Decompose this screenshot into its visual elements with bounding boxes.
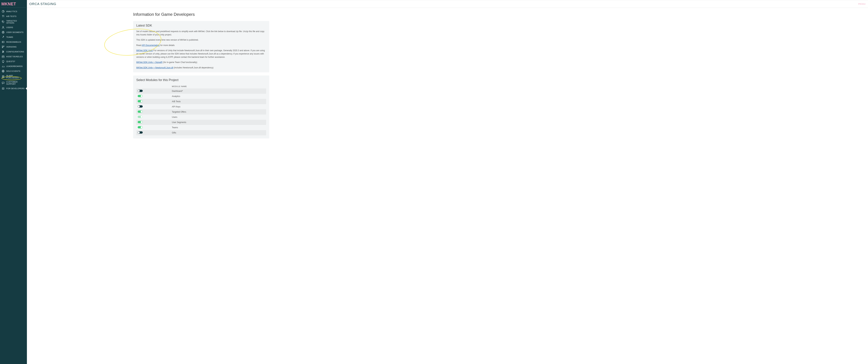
divider	[1, 7, 26, 8]
text-icon	[2, 15, 4, 18]
module-toggle[interactable]	[138, 116, 143, 118]
sidebar-item-configurations[interactable]: CONFIGURATIONS	[0, 49, 27, 54]
module-row: Analytics	[136, 94, 266, 99]
module-toggle[interactable]	[138, 100, 143, 102]
sdk-newtonsoft-note: MKNet.SDK.Unity + Newtonsoft.Json.dll (i…	[136, 66, 266, 69]
pie-icon	[2, 10, 4, 13]
sidebar-item-label: CONFIGURATIONS	[6, 51, 24, 53]
module-name: Targeted Offers	[172, 111, 186, 113]
branch-icon	[2, 45, 4, 48]
sliders-icon	[2, 50, 4, 53]
header: ORCA STAGING PRODU	[27, 0, 868, 8]
api-documentation-link[interactable]: API Documentation	[142, 44, 159, 46]
sidebar-item-label: LEADERBOARDS	[6, 65, 23, 67]
ticket-icon	[2, 41, 4, 43]
sdk-signalr-link[interactable]: MKNet.SDK.Unity + SignalR	[136, 61, 162, 64]
modules-column-header: MODULE NAME	[136, 84, 266, 89]
module-name: A/B Tests	[172, 100, 181, 103]
run-icon	[2, 36, 4, 38]
project-title: ORCA STAGING	[29, 2, 56, 6]
module-name: User Segments	[172, 121, 186, 124]
chat-icon	[2, 81, 4, 84]
module-name: Gifts	[172, 132, 176, 134]
receipt-icon	[2, 75, 4, 78]
sidebar-item-label: USERS	[6, 26, 13, 29]
page-title: Information for Game Developers	[133, 12, 269, 17]
sidebar-item-leaderboards[interactable]: LEADERBOARDS	[0, 64, 27, 69]
sidebar-item-label: A/B TESTS	[6, 15, 17, 18]
modules-card: Select Modules for this Project MODULE N…	[133, 75, 269, 138]
module-name: Analytics	[172, 95, 180, 98]
sidebar: MKNET ANALYTICSA/B TESTSTARGETED OFFERSU…	[0, 0, 27, 364]
module-toggle[interactable]	[138, 126, 143, 128]
module-toggle[interactable]	[138, 110, 143, 113]
bars-icon	[2, 65, 4, 68]
sidebar-item-solo-events[interactable]: SOLO EVENTS	[0, 69, 27, 73]
sidebar-item-user-segments[interactable]: USER SEGMENTS	[0, 30, 27, 35]
module-toggle[interactable]	[138, 90, 143, 92]
globe-icon	[2, 70, 4, 72]
module-toggle[interactable]	[138, 95, 143, 97]
sidebar-item-label: USER SEGMENTS	[6, 31, 24, 33]
sidebar-item-label: FOR DEVELOPERS	[6, 88, 25, 90]
sdk-unity-link[interactable]: MKNet.SDK.Unity	[136, 49, 153, 52]
sidebar-item-analytics[interactable]: ANALYTICS	[0, 9, 27, 14]
sidebar-item-label: TARGETED OFFERS	[6, 20, 25, 24]
sidebar-item-abtests[interactable]: A/B TESTS	[0, 14, 27, 19]
sidebar-item-label: IN-APP PURCHASES	[6, 75, 25, 79]
module-row: A/B Tests	[136, 99, 266, 104]
module-toggle[interactable]	[138, 121, 143, 123]
bulb-icon	[2, 60, 4, 63]
sidebar-item-label: SOLO EVENTS	[6, 70, 20, 72]
sdk-unity-note: MKNet.SDK.Unity For versions of Unity th…	[136, 49, 266, 59]
sidebar-item-iap[interactable]: IN-APP PURCHASES	[0, 73, 27, 80]
laptop-icon	[2, 87, 4, 90]
sidebar-item-redeemables[interactable]: REDEEMABLES	[0, 39, 27, 44]
module-toggle[interactable]	[138, 105, 143, 107]
module-row: Targeted Offers	[136, 109, 266, 114]
latest-sdk-card: Latest SDK Set of model classes and pred…	[133, 21, 269, 72]
module-name: Dashboard*	[172, 90, 183, 92]
module-name: API Keys	[172, 105, 180, 108]
content-scroll[interactable]: Information for Game Developers Latest S…	[27, 8, 868, 364]
sdk-update-note: This SDK is updated every time new versi…	[136, 38, 266, 42]
sidebar-item-quests[interactable]: QUESTS*	[0, 59, 27, 64]
sidebar-item-teams[interactable]: TEAMS	[0, 35, 27, 39]
module-row: Users	[136, 114, 266, 120]
module-name: Users	[172, 116, 177, 118]
module-name: Teams	[172, 126, 178, 129]
modules-body: Dashboard*AnalyticsA/B TestsAPI KeysTarg…	[136, 89, 266, 135]
module-toggle[interactable]	[138, 131, 143, 134]
sidebar-item-customer-support[interactable]: CUSTOMER SUPPORT	[0, 80, 27, 86]
users-icon	[2, 31, 4, 34]
module-row: Gifts	[136, 130, 266, 135]
module-row: Teams	[136, 125, 266, 130]
sidebar-item-label: REDEEMABLES	[6, 41, 21, 43]
modules-heading: Select Modules for this Project	[136, 78, 266, 82]
header-right-link[interactable]: PRODU	[858, 3, 866, 5]
module-row: User Segments	[136, 120, 266, 125]
module-row: API Keys	[136, 104, 266, 109]
package-icon	[2, 55, 4, 58]
sidebar-item-targeted-offers[interactable]: TARGETED OFFERS	[0, 19, 27, 25]
sidebar-item-versions[interactable]: VERSIONS	[0, 44, 27, 49]
sidebar-item-label: ANALYTICS	[6, 10, 17, 12]
sidebar-item-label: VERSIONS	[6, 46, 17, 48]
module-row: Dashboard*	[136, 89, 266, 94]
sidebar-item-label: CUSTOMER SUPPORT	[6, 81, 25, 85]
sidebar-nav: ANALYTICSA/B TESTSTARGETED OFFERSUSERSUS…	[0, 9, 27, 364]
sidebar-item-label: QUESTS*	[6, 60, 15, 62]
tag-icon	[2, 21, 4, 23]
sdk-read-docs: Read API Documentation for more details	[136, 44, 266, 47]
sdk-heading: Latest SDK	[136, 24, 266, 27]
sidebar-item-for-developers[interactable]: FOR DEVELOPERS	[0, 86, 27, 91]
sdk-intro: Set of model classes and predefined requ…	[136, 30, 266, 36]
sidebar-item-users[interactable]: USERS	[0, 25, 27, 30]
sdk-signalr-note: MKNet.SDK.Unity + SignalR (for in-game T…	[136, 61, 266, 64]
brand-logo: MKNET	[0, 0, 27, 7]
sidebar-item-label: TEAMS	[6, 36, 13, 38]
sidebar-item-asset-bundles[interactable]: ASSET BUNDLES	[0, 54, 27, 59]
sidebar-item-label: ASSET BUNDLES	[6, 56, 23, 58]
user-icon	[2, 26, 4, 29]
sdk-newtonsoft-link[interactable]: MKNet.SDK.Unity + Newtonsoft.Json.dll	[136, 66, 173, 69]
